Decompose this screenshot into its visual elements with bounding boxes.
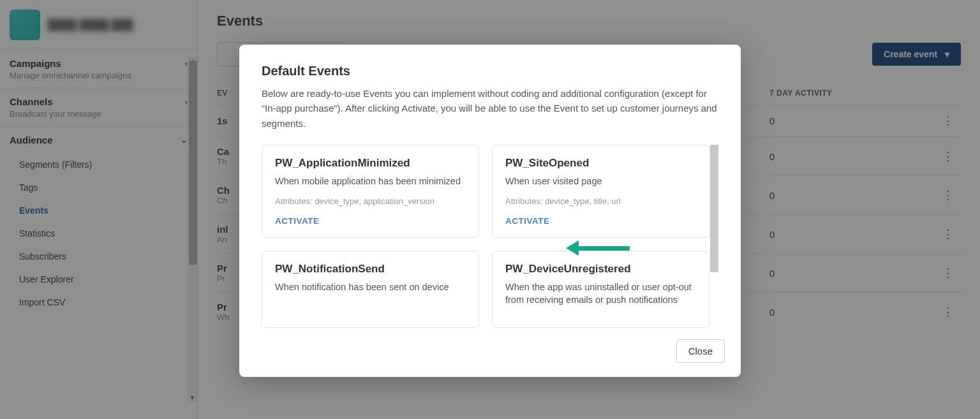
modal-title: Default Events xyxy=(262,64,718,78)
event-card: PW_SiteOpenedWhen user visited pageAttri… xyxy=(492,145,709,238)
activate-button[interactable]: ACTIVATE xyxy=(275,216,466,226)
card-title: PW_NotificationSend xyxy=(275,263,466,276)
event-card: PW_ApplicationMinimizedWhen mobile appli… xyxy=(262,145,479,238)
close-button[interactable]: Close xyxy=(676,339,725,363)
card-title: PW_SiteOpened xyxy=(505,157,696,170)
card-desc: When the app was uninstalled or user opt… xyxy=(505,281,696,307)
card-attrs: Attributes: device_type, application_ver… xyxy=(275,196,466,206)
modal-description: Below are ready-to-use Events you can im… xyxy=(262,86,718,131)
default-events-modal: Default Events Below are ready-to-use Ev… xyxy=(239,45,741,377)
card-desc: When user visited page xyxy=(505,175,696,187)
event-card: PW_NotificationSendWhen notification has… xyxy=(262,251,479,328)
card-attrs: Attributes: device_type, title, url xyxy=(505,196,696,206)
modal-scrollbar[interactable]: ▲ ▼ xyxy=(710,145,718,328)
modal-overlay: Default Events Below are ready-to-use Ev… xyxy=(0,0,980,419)
modal-scrollbar-thumb[interactable] xyxy=(710,145,718,272)
event-card: PW_DeviceUnregisteredWhen the app was un… xyxy=(492,251,709,328)
activate-button[interactable]: ACTIVATE xyxy=(505,216,696,226)
card-desc: When mobile application has been minimiz… xyxy=(275,175,466,187)
card-title: PW_DeviceUnregistered xyxy=(505,263,696,276)
card-desc: When notification has been sent on devic… xyxy=(275,281,466,293)
card-title: PW_ApplicationMinimized xyxy=(275,157,466,170)
